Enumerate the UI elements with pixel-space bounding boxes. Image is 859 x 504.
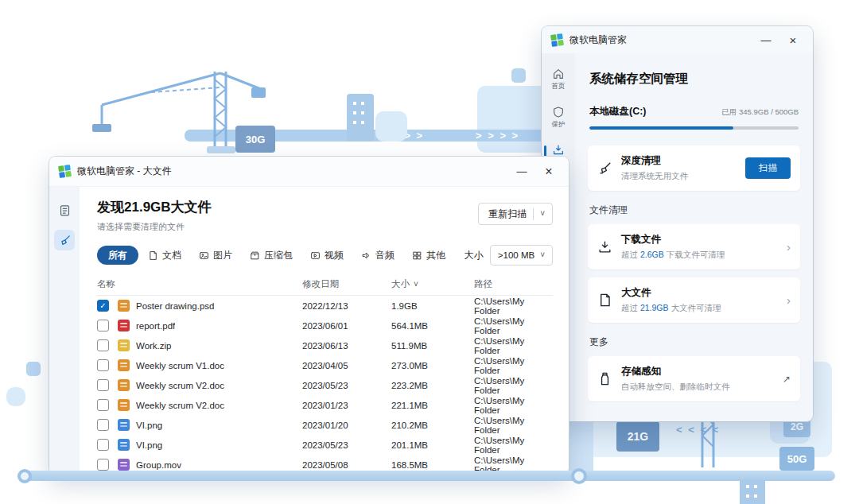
broom-icon [597,161,612,176]
filter-archives[interactable]: 压缩包 [242,246,301,265]
rescan-button[interactable]: 重新扫描 ˅ [478,203,553,225]
file-path: C:\Users\My Folder [474,336,553,355]
decor-label-30g: 30G [246,134,266,145]
row-checkbox[interactable] [97,419,109,431]
filter-videos[interactable]: 视频 [302,246,352,265]
filter-pictures[interactable]: 图片 [191,246,240,265]
minimize-button[interactable]: — [754,29,778,50]
nav-label: 保护 [552,120,566,130]
decor-arrows-left: < < < < [676,424,720,436]
size-filter-label: 大小 [464,249,484,262]
main-window: 微软电脑管家 - 大文件 — × 发现21.9GB大文件 请 [49,157,569,475]
png-file-icon [118,439,130,451]
file-icon [597,293,612,308]
png-file-icon [118,419,130,431]
sidebar-item-cleanup[interactable] [54,230,75,250]
file-date: 2023/05/23 [302,381,391,390]
big-files-card[interactable]: 大文件 超过 21.9GB 大文件可清理 › [588,277,800,323]
page-title: 发现21.9GB大文件 [97,198,212,216]
file-size: 1.9GB [391,301,474,311]
disk-usage-bar [589,126,799,130]
filter-audio[interactable]: 音频 [353,246,402,265]
close-button[interactable]: × [781,29,805,50]
cleanup-broom-icon [58,234,72,247]
table-row[interactable]: VI.png 2023/05/23 201.1MB C:\Users\My Fo… [97,435,553,455]
download-files-card[interactable]: 下载文件 超过 2.6GB 下载文件可清理 › [588,224,800,269]
doc-file-icon [118,399,130,411]
app-logo-icon [58,165,72,178]
sort-chevron-icon: ˅ [414,281,418,289]
nav-item-home[interactable]: 首页 [542,64,575,95]
table-row[interactable]: Weekly scrum V1.doc 2023/04/05 273.0MB C… [97,355,553,375]
storage-sense-card[interactable]: 存储感知 自动释放空间、删除临时文件 ↗ [588,356,800,401]
column-name[interactable]: 名称 [97,278,302,290]
row-checkbox[interactable] [97,459,109,471]
filter-tabs: 所有 文档 图片 压缩包 [97,246,453,265]
bigfile-sub-prefix: 超过 [621,303,638,312]
column-size[interactable]: 大小 ˅ [391,278,474,290]
button-divider [533,208,534,220]
row-checkbox[interactable]: ✓ [97,300,109,312]
table-row[interactable]: report.pdf 2023/06/01 564.1MB C:\Users\M… [97,316,553,335]
table-row[interactable]: ✓ Poster drawing.psd 2022/12/13 1.9GB C:… [97,296,553,316]
table-row[interactable]: VI.png 2023/01/20 210.2MB C:\Users\My Fo… [97,415,553,435]
scan-button[interactable]: 扫描 [745,157,791,179]
image-icon [199,250,209,261]
bigfile-card-subtitle: 超过 21.9GB 大文件可清理 [621,303,778,314]
filter-all[interactable]: 所有 [97,246,138,265]
pdf-file-icon [118,320,130,331]
column-date[interactable]: 修改日期 [302,278,391,290]
row-checkbox[interactable] [97,339,109,351]
sidebar-item-report[interactable] [54,200,75,220]
size-select[interactable]: >100 MB ˅ [490,245,553,266]
disk-usage-text: 已用 345.9GB / 500GB [721,107,799,118]
table-body: ✓ Poster drawing.psd 2022/12/13 1.9GB C:… [97,296,553,475]
file-size: 210.2MB [391,421,474,430]
close-button[interactable]: × [537,161,561,182]
file-name: Weekly scrum V1.doc [136,361,224,370]
file-path: C:\Users\My Folder [474,416,553,435]
chevron-down-icon: ˅ [540,210,545,218]
row-checkbox[interactable] [97,320,109,331]
table-row[interactable]: Work.zip 2023/06/13 511.9MB C:\Users\My … [97,335,553,355]
deep-clean-subtitle: 清理系统无用文件 [621,171,737,182]
decor-building-top [347,94,374,142]
table-row[interactable]: Weekly scrum V2.doc 2023/05/23 223.2MB C… [97,375,553,395]
file-size: 273.0MB [391,361,474,370]
file-path: C:\Users\My Folder [474,396,553,415]
deep-clean-card[interactable]: 深度清理 清理系统无用文件 扫描 [588,145,800,191]
file-name: Weekly scrum V2.doc [136,381,224,390]
file-date: 2022/12/13 [302,301,391,311]
file-name: VI.png [136,421,162,430]
section-more: 更多 [589,335,799,349]
file-date: 2023/06/01 [302,321,391,331]
bigfile-card-title: 大文件 [621,286,778,300]
side-window-titlebar: 微软电脑管家 — × [542,26,813,53]
doc-file-icon [118,359,130,371]
size-select-value: >100 MB [498,250,534,260]
file-path: C:\Users\My Folder [474,356,553,375]
file-size: 201.1MB [391,440,474,450]
row-checkbox[interactable] [97,439,109,451]
main-window-title: 微软电脑管家 - 大文件 [77,165,172,178]
filter-others[interactable]: 其他 [404,246,453,265]
nav-item-protection[interactable]: 保护 [542,103,575,133]
minimize-button[interactable]: — [510,161,534,182]
filter-label: 文档 [162,249,181,262]
row-checkbox[interactable] [97,399,109,411]
file-name: Work.zip [136,341,172,351]
column-path[interactable]: 路径 [474,278,553,290]
rescan-label: 重新扫描 [488,207,527,221]
minimize-icon: — [517,165,527,177]
decor-label-50g: 50G [787,453,807,465]
check-icon: ✓ [99,301,106,310]
app-logo-icon [550,33,564,47]
row-checkbox[interactable] [97,359,109,371]
zip-file-icon [118,339,130,351]
shield-icon [552,106,565,118]
decor-pipe-joint-left [17,469,32,483]
row-checkbox[interactable] [97,379,109,391]
decor-block-top [375,111,407,142]
filter-documents[interactable]: 文档 [140,246,189,265]
table-row[interactable]: Weekly scrum V2.doc 2023/01/23 221.1MB C… [97,395,553,415]
